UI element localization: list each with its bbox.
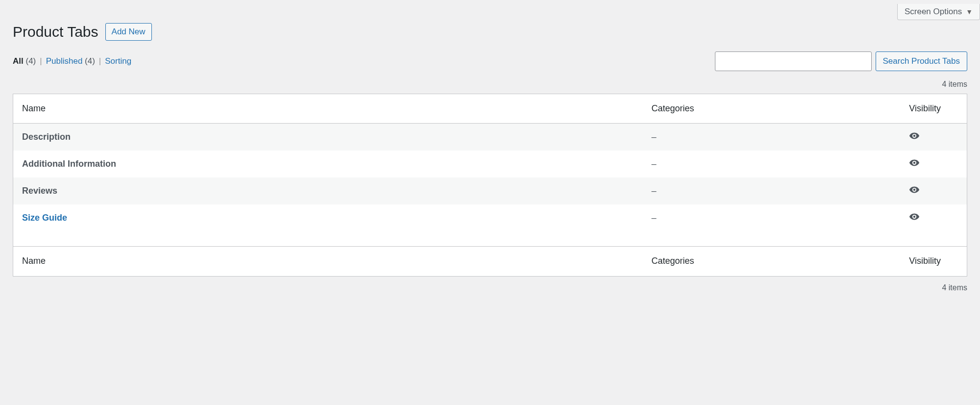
chevron-down-icon: ▼ <box>966 8 973 16</box>
row-visibility <box>900 177 967 204</box>
filter-all[interactable]: All <box>13 56 24 66</box>
row-title[interactable]: Description <box>22 132 71 142</box>
search-input[interactable] <box>715 51 872 71</box>
column-footer-name: Name <box>13 247 643 276</box>
product-tabs-table: Name Categories Visibility Description–A… <box>13 94 967 277</box>
row-title[interactable]: Size Guide <box>22 213 67 223</box>
filter-published-count: (4) <box>85 56 95 66</box>
table-row: Size Guide– <box>13 204 967 247</box>
column-header-visibility[interactable]: Visibility <box>900 94 967 123</box>
items-count-bottom: 4 items <box>942 283 967 292</box>
eye-icon <box>909 130 920 141</box>
row-categories: – <box>643 124 901 151</box>
row-title[interactable]: Reviews <box>22 186 57 196</box>
items-count-top: 4 items <box>942 80 967 89</box>
row-visibility <box>900 204 967 247</box>
table-row: Description– <box>13 124 967 151</box>
column-footer-visibility: Visibility <box>900 247 967 276</box>
column-footer-categories: Categories <box>643 247 901 276</box>
screen-options-button[interactable]: Screen Options ▼ <box>897 4 980 20</box>
filter-links: All (4) | Published (4) | Sorting <box>13 56 131 66</box>
filter-published[interactable]: Published <box>46 56 83 66</box>
page-title: Product Tabs <box>13 24 98 40</box>
row-visibility <box>900 124 967 151</box>
table-row: Additional Information– <box>13 151 967 177</box>
row-visibility <box>900 151 967 177</box>
separator: | <box>40 56 42 66</box>
eye-icon <box>909 211 920 222</box>
column-header-name[interactable]: Name <box>13 94 643 123</box>
column-header-categories[interactable]: Categories <box>643 94 901 123</box>
row-title[interactable]: Additional Information <box>22 159 116 169</box>
screen-options-label: Screen Options <box>905 7 962 17</box>
eye-icon <box>909 157 920 168</box>
filter-sorting[interactable]: Sorting <box>105 56 131 66</box>
row-categories: – <box>643 204 901 247</box>
table-row: Reviews– <box>13 177 967 204</box>
add-new-button[interactable]: Add New <box>105 23 152 41</box>
eye-icon <box>909 184 920 195</box>
separator: | <box>99 56 101 66</box>
row-categories: – <box>643 177 901 204</box>
search-button[interactable]: Search Product Tabs <box>876 51 968 71</box>
filter-all-count: (4) <box>25 56 36 66</box>
row-categories: – <box>643 151 901 177</box>
